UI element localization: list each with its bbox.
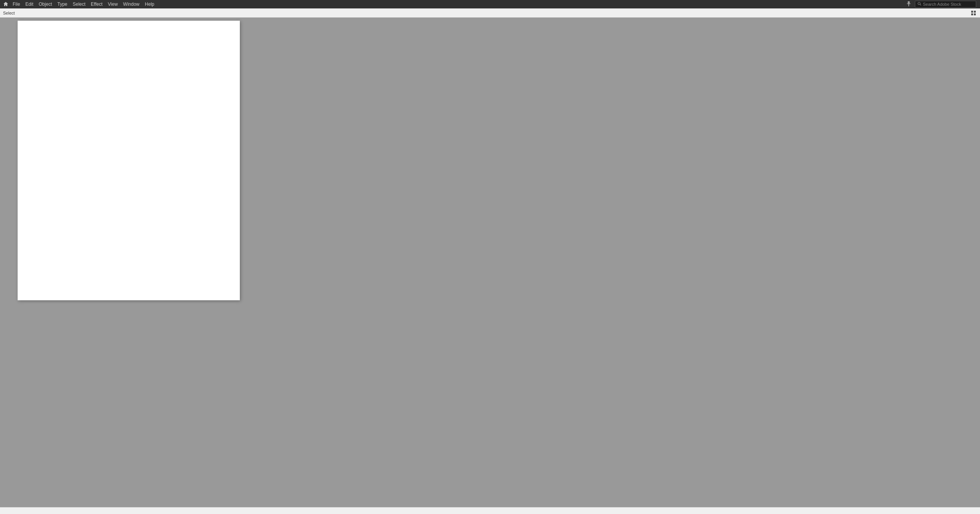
menu-right-area: [905, 0, 976, 8]
menu-help[interactable]: Help: [142, 0, 157, 8]
menu-type[interactable]: Type: [55, 0, 70, 8]
search-icon: [918, 2, 921, 7]
main-area: [0, 18, 980, 507]
pin-icon[interactable]: [905, 0, 913, 8]
menu-file[interactable]: File: [10, 0, 23, 8]
select-label: Select: [3, 11, 15, 15]
status-bar: [0, 507, 980, 514]
svg-point-0: [918, 2, 920, 5]
search-stock-input[interactable]: [923, 2, 969, 7]
options-toolbar: Select: [0, 8, 980, 18]
menu-bar: File Edit Object Type Select Effect View…: [0, 0, 980, 8]
menu-edit[interactable]: Edit: [23, 0, 36, 8]
menu-object[interactable]: Object: [36, 0, 55, 8]
home-icon[interactable]: [2, 0, 10, 8]
svg-rect-5: [974, 13, 976, 15]
grid-icon[interactable]: [970, 10, 977, 16]
menu-effect[interactable]: Effect: [88, 0, 105, 8]
menu-select[interactable]: Select: [70, 0, 88, 8]
search-stock-container[interactable]: [915, 1, 976, 8]
menu-view[interactable]: View: [105, 0, 121, 8]
svg-rect-2: [971, 11, 973, 13]
menu-window[interactable]: Window: [120, 0, 142, 8]
svg-rect-4: [971, 13, 973, 15]
svg-rect-3: [974, 11, 976, 13]
svg-line-1: [920, 5, 921, 6]
document-canvas[interactable]: [18, 21, 240, 300]
